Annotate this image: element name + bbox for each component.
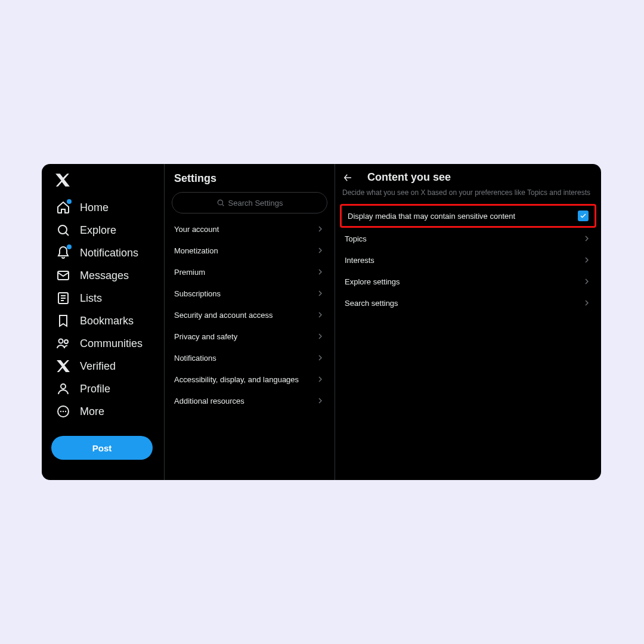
nav-label: Messages	[80, 270, 129, 282]
notification-badge	[67, 244, 72, 249]
nav-label: Notifications	[80, 247, 138, 259]
chevron-right-icon	[315, 224, 325, 234]
content-row-explore-settings[interactable]: Explore settings	[335, 271, 601, 292]
settings-row-label: Notifications	[174, 354, 216, 363]
primary-nav: HomeExploreNotificationsMessagesListsBoo…	[42, 164, 164, 480]
nav-item-notifications[interactable]: Notifications	[51, 242, 160, 264]
nav-item-communities[interactable]: Communities	[51, 332, 160, 355]
content-title: Content you see	[367, 171, 451, 184]
nav-label: Lists	[80, 292, 102, 305]
chevron-right-icon	[315, 374, 325, 384]
bell-icon	[56, 246, 70, 260]
chevron-right-icon	[582, 277, 592, 286]
nav-item-more[interactable]: More	[51, 400, 160, 423]
post-button[interactable]: Post	[51, 436, 153, 460]
content-row-search-settings[interactable]: Search settings	[335, 292, 601, 314]
nav-label: Verified	[80, 360, 116, 373]
settings-row-label: Subscriptions	[174, 289, 221, 298]
x-icon	[56, 359, 70, 373]
nav-label: Home	[80, 202, 109, 214]
settings-row-security-and-account-access[interactable]: Security and account access	[165, 304, 335, 326]
settings-column: Settings Search Settings Your accountMon…	[164, 164, 335, 480]
content-row-topics[interactable]: Topics	[335, 228, 601, 249]
check-icon	[580, 212, 587, 219]
settings-row-monetization[interactable]: Monetization	[165, 240, 335, 261]
x-logo-icon[interactable]	[55, 172, 70, 188]
settings-row-label: Monetization	[174, 246, 218, 255]
settings-row-privacy-and-safety[interactable]: Privacy and safety	[165, 326, 335, 347]
settings-row-label: Privacy and safety	[174, 332, 237, 341]
mail-icon	[56, 268, 70, 283]
chevron-right-icon	[315, 246, 325, 255]
nav-item-bookmarks[interactable]: Bookmarks	[51, 309, 160, 332]
back-button[interactable]	[342, 172, 353, 183]
nav-label: Explore	[80, 224, 116, 237]
nav-label: More	[80, 405, 104, 418]
chevron-right-icon	[582, 255, 592, 265]
nav-item-profile[interactable]: Profile	[51, 377, 160, 400]
chevron-right-icon	[582, 234, 592, 243]
settings-row-label: Accessibility, display, and languages	[174, 375, 299, 384]
bookmark-icon	[56, 314, 70, 328]
content-row-interests[interactable]: Interests	[335, 249, 601, 271]
more-icon	[56, 404, 70, 419]
app-window: HomeExploreNotificationsMessagesListsBoo…	[42, 164, 601, 480]
settings-row-subscriptions[interactable]: Subscriptions	[165, 283, 335, 304]
chevron-right-icon	[315, 289, 325, 298]
people-icon	[56, 336, 70, 351]
settings-row-accessibility-display-and-languages[interactable]: Accessibility, display, and languages	[165, 369, 335, 390]
content-row-label: Interests	[345, 256, 374, 265]
person-icon	[56, 382, 70, 396]
settings-row-your-account[interactable]: Your account	[165, 218, 335, 240]
search-placeholder: Search Settings	[228, 199, 283, 208]
sensitive-content-checkbox[interactable]	[578, 210, 589, 221]
chevron-right-icon	[315, 267, 325, 277]
content-subtitle: Decide what you see on X based on your p…	[335, 186, 601, 204]
nav-item-home[interactable]: Home	[51, 196, 160, 219]
nav-label: Communities	[80, 338, 143, 350]
content-column: Content you see Decide what you see on X…	[335, 164, 601, 480]
nav-item-messages[interactable]: Messages	[51, 264, 160, 287]
settings-search[interactable]: Search Settings	[172, 192, 327, 213]
chevron-right-icon	[315, 396, 325, 405]
nav-item-lists[interactable]: Lists	[51, 287, 160, 309]
settings-row-notifications[interactable]: Notifications	[165, 347, 335, 369]
chevron-right-icon	[315, 353, 325, 363]
chevron-right-icon	[315, 310, 325, 320]
settings-row-premium[interactable]: Premium	[165, 261, 335, 283]
content-row-label: Topics	[345, 234, 367, 243]
chevron-right-icon	[582, 298, 592, 308]
nav-label: Bookmarks	[80, 315, 134, 327]
chevron-right-icon	[315, 332, 325, 341]
settings-title: Settings	[165, 170, 335, 192]
content-row-label: Explore settings	[345, 277, 400, 286]
settings-row-label: Security and account access	[174, 311, 273, 320]
settings-row-label: Premium	[174, 268, 205, 277]
nav-label: Profile	[80, 383, 110, 395]
settings-row-additional-resources[interactable]: Additional resources	[165, 390, 335, 411]
notification-badge	[67, 199, 72, 204]
home-icon	[56, 200, 70, 215]
settings-row-label: Additional resources	[174, 397, 244, 405]
content-row-label: Search settings	[345, 299, 398, 308]
sensitive-content-label: Display media that may contain sensitive…	[348, 212, 515, 221]
list-icon	[56, 291, 70, 305]
nav-item-explore[interactable]: Explore	[51, 219, 160, 242]
settings-row-label: Your account	[174, 225, 219, 234]
search-icon	[216, 199, 225, 207]
sensitive-content-toggle-row[interactable]: Display media that may contain sensitive…	[340, 204, 596, 228]
nav-item-verified[interactable]: Verified	[51, 355, 160, 377]
search-icon	[56, 223, 70, 237]
